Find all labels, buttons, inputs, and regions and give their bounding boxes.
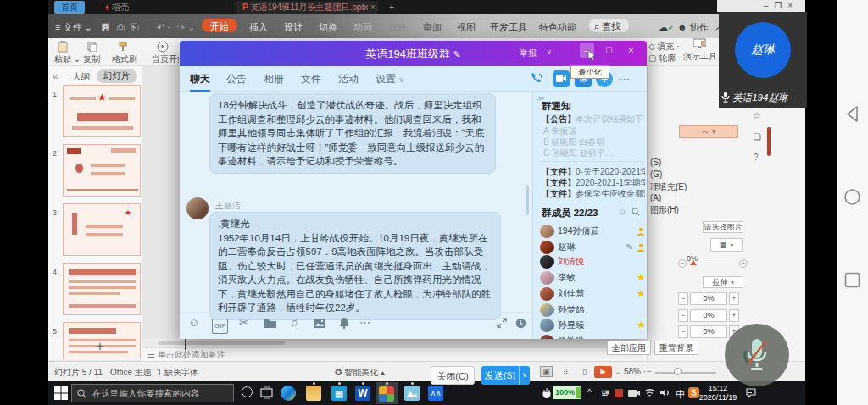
file-link[interactable]: 参保学生应收金额汇总…	[576, 189, 645, 198]
paste-icon[interactable]	[57, 41, 69, 53]
normal-view-icon[interactable]: ▣	[540, 366, 553, 377]
member-row[interactable]: 孙昱臻 ★	[540, 317, 645, 333]
titlebar-caret-icon[interactable]: ∨	[546, 47, 552, 56]
redo-icon[interactable]: ↷ ⌄	[177, 20, 196, 34]
sorter-view-icon[interactable]: ⠿	[559, 366, 572, 377]
copy-label[interactable]: 复制	[83, 53, 100, 65]
android-home-icon[interactable]	[843, 188, 861, 206]
transparency-slider-handle[interactable]	[690, 260, 697, 265]
member-row[interactable]: 滕学琳	[540, 333, 645, 339]
stepper-minus[interactable]: −	[678, 325, 688, 338]
help-sidebar-icon[interactable]: ?	[754, 153, 759, 162]
image-icon[interactable]	[314, 319, 326, 328]
chat-close-action-button[interactable]: 关闭(C)	[431, 366, 475, 385]
apply-all-button[interactable]: 全部应用	[607, 341, 651, 355]
layers-sidebar-icon[interactable]: ❏	[754, 132, 761, 141]
menu-start[interactable]: 开始	[202, 19, 237, 32]
close-icon[interactable]: ×	[787, 1, 798, 10]
tray-expand-icon[interactable]: ^	[587, 388, 592, 397]
star-sidebar-icon[interactable]: ☆	[753, 110, 761, 121]
add-slide-button[interactable]: +	[92, 339, 108, 356]
zoom-slider[interactable]	[655, 372, 716, 374]
music-icon[interactable]: ♫	[290, 317, 298, 329]
copy-icon[interactable]	[87, 42, 97, 52]
gif-icon[interactable]: GIF	[212, 319, 228, 334]
chat-title-bar[interactable]: 英语194班班级群 ✎ 举报 ∨ – □ ×	[180, 41, 647, 66]
edit-card-icon[interactable]: ✎	[626, 242, 633, 252]
format-painter-icon[interactable]	[118, 42, 128, 52]
tab-document[interactable]: P 英语194班11月份主题团日.pptx	[236, 1, 378, 14]
transparency-plus[interactable]: +	[739, 259, 748, 268]
tab-activity[interactable]: 活动	[338, 72, 359, 86]
image-source-dropdown[interactable]: ▦▾	[710, 238, 743, 252]
undo-icon[interactable]: ↶ ·	[157, 20, 170, 34]
screenshot-scissors-icon[interactable]: ✂	[239, 317, 248, 329]
fill-option-fragment[interactable]: (S)	[650, 158, 661, 167]
play-from-current-icon[interactable]	[157, 41, 169, 53]
slideshow-play-button[interactable]: ▶	[594, 366, 612, 378]
expand-icon[interactable]	[497, 318, 507, 328]
member-row[interactable]: 孙梦鸽	[540, 302, 645, 318]
message-input[interactable]	[180, 334, 529, 390]
history-clock-icon[interactable]	[515, 318, 526, 329]
member-filter-icon[interactable]: ☺	[618, 207, 626, 216]
member-row[interactable]: 194孙倩茹	[540, 223, 645, 239]
bell-icon[interactable]	[339, 318, 349, 329]
stretch-dropdown[interactable]: 拉伸▾	[703, 276, 743, 288]
zoom-slider-handle[interactable]	[674, 368, 682, 375]
avatar[interactable]	[186, 197, 209, 219]
tab-home[interactable]: 首页	[54, 1, 85, 14]
member-row[interactable]: 刘佳慧 ★	[540, 286, 645, 302]
stepper-value[interactable]: 0%	[690, 292, 727, 305]
ime-indicator[interactable]: 中	[676, 388, 685, 401]
panel-scrollbar[interactable]	[767, 127, 771, 156]
chat-maximize-button[interactable]: □	[602, 43, 616, 58]
taskbar-clock[interactable]: 15:12 2020/11/19	[698, 384, 738, 402]
play-caret[interactable]: ⌄	[615, 367, 621, 376]
wifi-icon[interactable]	[644, 388, 655, 397]
video-call-widget[interactable]: 赵琳 英语194赵琳	[719, 12, 807, 108]
minimize-icon[interactable]: –	[764, 1, 775, 10]
outline-label[interactable]: ▢ 轮廓 ·	[648, 53, 681, 64]
stepper-value[interactable]: 0%	[690, 325, 727, 338]
slide-thumb-1[interactable]: ★	[63, 85, 141, 137]
slide-thumb-2[interactable]	[63, 144, 141, 197]
member-search-icon[interactable]	[632, 208, 640, 216]
restore-icon[interactable]: ❐	[774, 1, 787, 10]
menu-view[interactable]: 视图	[457, 20, 476, 34]
mute-microphone-overlay[interactable]	[725, 324, 789, 386]
video-call-icon[interactable]	[553, 70, 570, 87]
camera-tray-icon[interactable]	[628, 389, 640, 397]
speaker-icon[interactable]	[660, 388, 670, 397]
stepper-minus[interactable]: −	[678, 309, 688, 322]
texture-preview-dropdown[interactable]: 〰▾	[679, 125, 738, 138]
read-view-icon[interactable]: ▯	[578, 366, 591, 377]
outline-tab[interactable]: 大纲	[72, 71, 90, 83]
menu-devtools[interactable]: 开发工具	[490, 20, 527, 34]
more-tools-icon[interactable]: ⋯	[359, 317, 370, 329]
file-link[interactable]: 2020-2021-1学期学生…	[576, 178, 645, 187]
quick-access-icons[interactable]: 🖪⎙⎗	[101, 20, 146, 34]
chat-scrollbar[interactable]	[526, 185, 529, 215]
paste-label[interactable]: 粘贴 ⌄	[54, 53, 81, 65]
menu-animation[interactable]: 动画	[353, 20, 372, 34]
folder-icon[interactable]	[264, 319, 276, 328]
menu-transition[interactable]: 切换	[319, 20, 337, 34]
menu-slideshow[interactable]: 放映	[388, 20, 407, 34]
tab-files[interactable]: 文件	[301, 72, 321, 86]
fill-label[interactable]: ◇ 填充 ·	[648, 41, 680, 53]
play-from-current-label[interactable]: 当页开始	[152, 53, 179, 65]
chat-close-button[interactable]: ×	[624, 43, 638, 58]
fill-option-fragment[interactable]: (A)	[650, 193, 661, 202]
theme-label[interactable]: Office 主题	[110, 367, 152, 379]
zoom-level[interactable]: 58% ·	[624, 367, 646, 376]
voice-call-icon[interactable]	[529, 71, 544, 86]
select-image-button[interactable]: 请选择图片	[703, 221, 743, 233]
tab-album[interactable]: 相册	[264, 72, 284, 86]
transparency-minus[interactable]: −	[678, 259, 687, 268]
new-tab-button[interactable]: +	[382, 1, 401, 14]
stepper-plus[interactable]: +	[729, 309, 739, 322]
zoom-out-icon[interactable]: −	[647, 367, 652, 376]
panel-collapse-icon[interactable]: «	[53, 71, 58, 81]
fill-option-fragment[interactable]: (G)	[650, 169, 662, 179]
